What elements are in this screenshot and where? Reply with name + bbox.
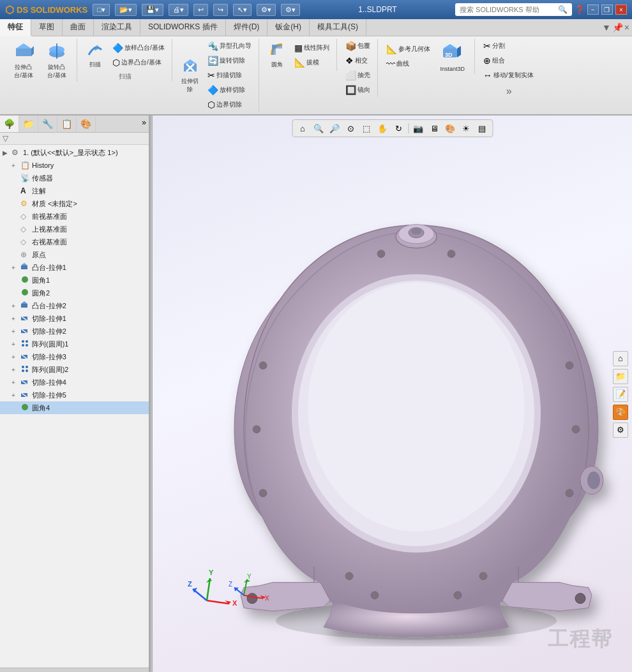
tree-tab-config[interactable]: 🔧 (38, 116, 57, 132)
tree-item-right-plane[interactable]: ◇ 右视基准面 (0, 235, 149, 248)
tree-item-fillet2[interactable]: 圆角2 (0, 287, 149, 299)
vp-folders-side-btn[interactable]: 📁 (613, 369, 628, 384)
hole-wizard-btn[interactable]: 🔩 异型孔向导 (204, 39, 255, 53)
fillet-btn[interactable]: 圆角 (264, 39, 290, 71)
tree-tab-properties[interactable]: 📁 (19, 116, 38, 132)
tree-item-cut1[interactable]: + 切除-拉伸1 (0, 312, 149, 325)
tree-item-fillet4[interactable]: 圆角4 (0, 401, 149, 414)
loft-cut-btn[interactable]: 🔷 放样切除 (204, 83, 255, 97)
tab-weld[interactable]: 焊件(D) (226, 19, 268, 36)
tab-mold[interactable]: 模具工具(S) (310, 19, 366, 36)
tree-item-front-plane[interactable]: ◇ 前视基准面 (0, 210, 149, 223)
tab-swplugins[interactable]: SOLIDWORKS 插件 (140, 19, 226, 36)
tree-item-boss1[interactable]: + 凸台-拉伸1 (0, 261, 149, 274)
tab-sheetmetal[interactable]: 钣金(H) (267, 19, 310, 36)
loft-btn[interactable]: 🔷 放样凸台/基体 (109, 41, 168, 55)
tree-item-cut3[interactable]: + 切除-拉伸3 (0, 350, 149, 363)
tab-sketch[interactable]: 草图 (31, 19, 63, 36)
cmdmgr-tabs: 特征 草图 曲面 渲染工具 SOLIDWORKS 插件 焊件(D) 钣金(H) … (0, 19, 632, 36)
split-btn[interactable]: ✂ 分割 (480, 39, 537, 53)
options-btn[interactable]: ⚙▾ (281, 4, 300, 16)
more-btn[interactable]: » (503, 84, 515, 99)
tree-tab-appearance[interactable]: 🎨 (77, 116, 96, 132)
svg-point-36 (26, 370, 28, 372)
tree-tab-features[interactable]: 🌳 (0, 116, 19, 132)
tree-item-cut4[interactable]: + 切除-拉伸4 (0, 376, 149, 389)
tree-item-boss2[interactable]: + 凸台-拉伸2 (0, 299, 149, 312)
boundary-boss-btn[interactable]: ⬡ 边界凸台/基体 (109, 56, 168, 70)
tab-render[interactable]: 渲染工具 (94, 19, 140, 36)
print-btn[interactable]: 🖨▾ (169, 4, 188, 16)
save-btn[interactable]: 💾▾ (142, 4, 163, 16)
tree-item-root[interactable]: ▶ ⚙ 1. (默认<<默认>_显示状态 1>) (0, 146, 149, 159)
tree-item-label: History (32, 161, 54, 169)
vp-display-btn[interactable]: 🖥 (426, 121, 442, 135)
extcut-btn[interactable]: 拉伸切除 (177, 56, 203, 96)
vp-notes-side-btn[interactable]: 📝 (613, 387, 628, 402)
minimize-btn[interactable]: − (587, 4, 599, 15)
tree-more-btn[interactable]: » (139, 116, 149, 132)
vp-more-btn[interactable]: ▤ (474, 121, 490, 135)
tree-item-origin[interactable]: ⊕ 原点 (0, 248, 149, 261)
vp-home-side-btn[interactable]: ⌂ (613, 351, 628, 366)
help-search-input[interactable] (460, 6, 555, 13)
curves-btn[interactable]: 〰 曲线 (383, 57, 433, 71)
vp-scene-btn[interactable]: ☀ (458, 121, 474, 135)
tree-item-top-plane[interactable]: ◇ 上视基准面 (0, 223, 149, 235)
vp-zoom-out-btn[interactable]: 🔎 (327, 121, 342, 135)
tree-item-sensors[interactable]: 📡 传感器 (0, 172, 149, 184)
vp-color-side-btn[interactable]: 🎨 (613, 405, 628, 420)
instant3d-btn[interactable]: 3D Instant3D (435, 39, 470, 74)
draft-btn[interactable]: 📐 拔模 (291, 56, 333, 70)
move-copy-btn[interactable]: ↔ 移动/复制实体 (480, 68, 537, 82)
cmdmgr-close-icon[interactable]: × (624, 22, 629, 33)
viewport[interactable]: ⌂ 🔍 🔎 ⊙ ⬚ ✋ ↻ 📷 🖥 🎨 ☀ ▤ (153, 116, 632, 672)
new-btn[interactable]: □▾ (93, 4, 110, 16)
intersect-btn[interactable]: ❖ 相交 (342, 54, 373, 68)
revolve-cut-btn[interactable]: 🔄 旋转切除 (204, 54, 255, 68)
sweep-cut-btn[interactable]: ✂ 扫描切除 (204, 68, 255, 82)
vp-settings-side-btn[interactable]: ⚙ (613, 422, 628, 438)
tree-item-annotations[interactable]: A 注解 (0, 184, 149, 197)
hole-wizard-icon: 🔩 (207, 41, 218, 51)
open-btn[interactable]: 📂▾ (115, 4, 137, 16)
wrap-btn[interactable]: 📦 包覆 (342, 39, 373, 53)
rebuild-btn[interactable]: ⚙▾ (257, 4, 276, 16)
tree-item-material[interactable]: ⚙ 材质 <未指定> (0, 197, 149, 210)
extrude-boss-btn[interactable]: 拉伸凸台/基体 (8, 39, 40, 82)
vp-zoom-fit-btn[interactable]: ⊙ (343, 121, 358, 135)
redo-btn[interactable]: ↪ (213, 4, 228, 16)
tree-item-cut2[interactable]: + 切除-拉伸2 (0, 325, 149, 338)
revolve-boss-btn[interactable]: 旋转凸台/基体 (41, 39, 73, 82)
restore-btn[interactable]: ❐ (601, 4, 613, 15)
sweep-btn[interactable]: 扫描 (82, 39, 108, 71)
tree-tab-display[interactable]: 📋 (57, 116, 77, 132)
boundary-cut-btn[interactable]: ⬡ 边界切除 (204, 98, 255, 112)
vp-appearance-btn[interactable]: 🎨 (442, 121, 458, 135)
tree-item-history[interactable]: + 📋 History (0, 159, 149, 172)
select-btn[interactable]: ↖▾ (233, 4, 252, 16)
close-btn[interactable]: × (615, 4, 627, 15)
vp-home-btn[interactable]: ⌂ (295, 121, 310, 135)
vp-zoom-in-btn[interactable]: 🔍 (311, 121, 326, 135)
vp-zoom-sel-btn[interactable]: ⬚ (359, 121, 374, 135)
linear-pattern-btn[interactable]: ▦ 线性阵列 (291, 41, 333, 55)
material-icon: ⚙ (20, 199, 31, 208)
undo-btn[interactable]: ↩ (193, 4, 208, 16)
shell-btn[interactable]: ⬜ 抽壳 (342, 68, 373, 82)
tree-item-cut5[interactable]: + 切除-拉伸5 (0, 389, 149, 401)
vp-pan-btn[interactable]: ✋ (375, 121, 390, 135)
mirror-btn[interactable]: 🔲 镜向 (342, 83, 373, 97)
tree-item-pattern2[interactable]: + 阵列(圆周)2 (0, 363, 149, 376)
ref-geom-btn[interactable]: 📐 参考几何体 (383, 42, 433, 56)
tab-features[interactable]: 特征 (0, 19, 31, 36)
tab-surface[interactable]: 曲面 (63, 19, 94, 36)
tree-resize-handle[interactable] (0, 668, 149, 672)
combine-btn[interactable]: ⊕ 组合 (480, 54, 537, 68)
help-btn[interactable]: ❓ (575, 5, 585, 15)
help-search[interactable]: 🔍 (455, 3, 572, 16)
tree-item-fillet1[interactable]: 圆角1 (0, 274, 149, 287)
vp-view-btn[interactable]: 📷 (410, 121, 426, 135)
tree-item-pattern1[interactable]: + 阵列(圆周)1 (0, 338, 149, 350)
vp-rotate-btn[interactable]: ↻ (391, 121, 406, 135)
